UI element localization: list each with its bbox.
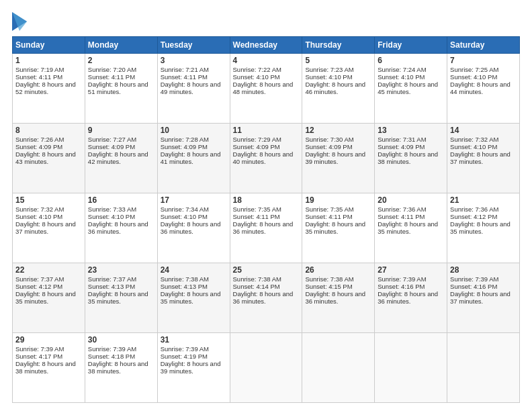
calendar-cell: 7Sunrise: 7:25 AMSunset: 4:10 PMDaylight… <box>447 54 520 124</box>
calendar-cell: 29Sunrise: 7:39 AMSunset: 4:17 PMDayligh… <box>13 333 85 403</box>
calendar-header-monday: Monday <box>85 37 157 54</box>
day-number: 12 <box>305 126 371 135</box>
calendar-header-tuesday: Tuesday <box>157 37 230 54</box>
day-number: 23 <box>88 265 154 275</box>
calendar-cell: 4Sunrise: 7:22 AMSunset: 4:10 PMDaylight… <box>230 54 302 124</box>
calendar-header-thursday: Thursday <box>302 37 375 54</box>
calendar-week-row: 1Sunrise: 7:19 AMSunset: 4:11 PMDaylight… <box>13 54 520 124</box>
calendar-cell: 9Sunrise: 7:27 AMSunset: 4:09 PMDaylight… <box>85 124 157 193</box>
day-number: 4 <box>233 56 300 65</box>
header <box>12 12 520 31</box>
calendar-cell: 17Sunrise: 7:34 AMSunset: 4:10 PMDayligh… <box>157 193 230 263</box>
calendar-cell: 5Sunrise: 7:23 AMSunset: 4:10 PMDaylight… <box>302 54 375 124</box>
day-number: 22 <box>15 265 82 275</box>
day-number: 2 <box>88 56 154 65</box>
calendar-cell: 21Sunrise: 7:36 AMSunset: 4:12 PMDayligh… <box>447 193 520 263</box>
calendar-cell: 6Sunrise: 7:24 AMSunset: 4:10 PMDaylight… <box>375 54 447 124</box>
calendar-table: SundayMondayTuesdayWednesdayThursdayFrid… <box>12 36 520 403</box>
calendar-header-sunday: Sunday <box>13 37 85 54</box>
calendar-cell: 27Sunrise: 7:39 AMSunset: 4:16 PMDayligh… <box>375 263 447 333</box>
day-number: 3 <box>161 56 227 65</box>
day-number: 20 <box>378 195 444 205</box>
calendar-cell <box>447 333 520 403</box>
day-number: 11 <box>233 126 300 135</box>
day-number: 13 <box>378 126 444 135</box>
calendar-cell: 13Sunrise: 7:31 AMSunset: 4:09 PMDayligh… <box>375 124 447 193</box>
day-number: 26 <box>305 265 371 275</box>
day-number: 31 <box>161 335 227 345</box>
calendar-cell: 24Sunrise: 7:38 AMSunset: 4:13 PMDayligh… <box>157 263 230 333</box>
calendar-week-row: 15Sunrise: 7:32 AMSunset: 4:10 PMDayligh… <box>13 193 520 263</box>
day-number: 8 <box>15 126 82 135</box>
calendar-cell: 20Sunrise: 7:36 AMSunset: 4:11 PMDayligh… <box>375 193 447 263</box>
page: SundayMondayTuesdayWednesdayThursdayFrid… <box>0 0 532 411</box>
calendar-cell: 1Sunrise: 7:19 AMSunset: 4:11 PMDaylight… <box>13 54 85 124</box>
day-number: 7 <box>450 56 517 65</box>
calendar-cell: 11Sunrise: 7:29 AMSunset: 4:09 PMDayligh… <box>230 124 302 193</box>
day-number: 6 <box>378 56 444 65</box>
day-number: 10 <box>161 126 227 135</box>
calendar-week-row: 8Sunrise: 7:26 AMSunset: 4:09 PMDaylight… <box>13 124 520 193</box>
day-number: 14 <box>450 126 517 135</box>
day-number: 18 <box>233 195 300 205</box>
calendar-cell: 22Sunrise: 7:37 AMSunset: 4:12 PMDayligh… <box>13 263 85 333</box>
day-number: 1 <box>15 56 82 65</box>
calendar-cell: 23Sunrise: 7:37 AMSunset: 4:13 PMDayligh… <box>85 263 157 333</box>
logo <box>12 12 30 31</box>
logo-icon <box>12 12 27 31</box>
day-number: 29 <box>15 335 82 345</box>
calendar-cell: 12Sunrise: 7:30 AMSunset: 4:09 PMDayligh… <box>302 124 375 193</box>
day-number: 30 <box>88 335 154 345</box>
calendar-cell: 28Sunrise: 7:39 AMSunset: 4:16 PMDayligh… <box>447 263 520 333</box>
calendar-cell: 15Sunrise: 7:32 AMSunset: 4:10 PMDayligh… <box>13 193 85 263</box>
calendar-header-friday: Friday <box>375 37 447 54</box>
calendar-cell: 10Sunrise: 7:28 AMSunset: 4:09 PMDayligh… <box>157 124 230 193</box>
day-number: 15 <box>15 195 82 205</box>
calendar-cell: 25Sunrise: 7:38 AMSunset: 4:14 PMDayligh… <box>230 263 302 333</box>
calendar-header-row: SundayMondayTuesdayWednesdayThursdayFrid… <box>13 37 520 54</box>
calendar-cell <box>230 333 302 403</box>
calendar-cell: 30Sunrise: 7:39 AMSunset: 4:18 PMDayligh… <box>85 333 157 403</box>
calendar-cell: 8Sunrise: 7:26 AMSunset: 4:09 PMDaylight… <box>13 124 85 193</box>
day-number: 21 <box>450 195 517 205</box>
calendar-cell: 26Sunrise: 7:38 AMSunset: 4:15 PMDayligh… <box>302 263 375 333</box>
day-number: 9 <box>88 126 154 135</box>
calendar-cell <box>302 333 375 403</box>
calendar-header-saturday: Saturday <box>447 37 520 54</box>
calendar-cell: 3Sunrise: 7:21 AMSunset: 4:11 PMDaylight… <box>157 54 230 124</box>
calendar-header-wednesday: Wednesday <box>230 37 302 54</box>
day-number: 28 <box>450 265 517 275</box>
calendar-week-row: 29Sunrise: 7:39 AMSunset: 4:17 PMDayligh… <box>13 333 520 403</box>
calendar-cell: 31Sunrise: 7:39 AMSunset: 4:19 PMDayligh… <box>157 333 230 403</box>
day-number: 16 <box>88 195 154 205</box>
calendar-cell <box>375 333 447 403</box>
calendar-week-row: 22Sunrise: 7:37 AMSunset: 4:12 PMDayligh… <box>13 263 520 333</box>
calendar-cell: 14Sunrise: 7:32 AMSunset: 4:10 PMDayligh… <box>447 124 520 193</box>
day-number: 17 <box>161 195 227 205</box>
day-number: 5 <box>305 56 371 65</box>
calendar-cell: 16Sunrise: 7:33 AMSunset: 4:10 PMDayligh… <box>85 193 157 263</box>
calendar-cell: 2Sunrise: 7:20 AMSunset: 4:11 PMDaylight… <box>85 54 157 124</box>
calendar-cell: 18Sunrise: 7:35 AMSunset: 4:11 PMDayligh… <box>230 193 302 263</box>
day-number: 19 <box>305 195 371 205</box>
day-number: 27 <box>378 265 444 275</box>
day-number: 24 <box>161 265 227 275</box>
calendar-cell: 19Sunrise: 7:35 AMSunset: 4:11 PMDayligh… <box>302 193 375 263</box>
day-number: 25 <box>233 265 300 275</box>
